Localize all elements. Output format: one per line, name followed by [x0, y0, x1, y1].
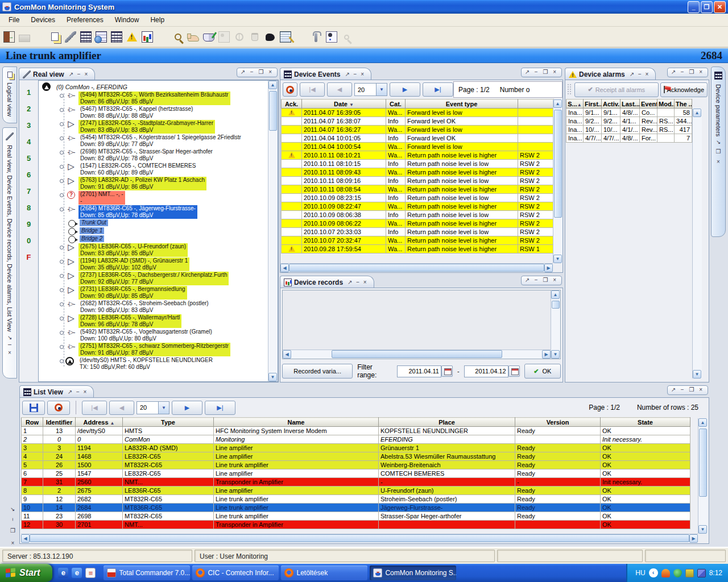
col-event-type[interactable]: Event type [406, 99, 518, 109]
toolbar-button[interactable] [93, 29, 109, 44]
event-row[interactable]: 2010.10.09 08:22:47 Wa... Return path no… [282, 202, 554, 211]
tree-node[interactable]: (2698) MT832R-C65 -, Strasser-Spar Heger… [42, 148, 268, 162]
security-shield-icon[interactable] [673, 569, 682, 577]
event-row[interactable]: 2011.04.07 16:39:05 Wa... Forward level … [282, 109, 554, 117]
menu-preferences[interactable]: Preferences [61, 14, 109, 26]
event-row[interactable]: 2011.04.07 16:36:27 Wa... Forward level … [282, 126, 554, 134]
col-ack[interactable]: Ack. [282, 99, 302, 109]
tree-expand-knob[interactable] [60, 179, 64, 183]
toolbar-button[interactable] [231, 29, 247, 44]
date-to-field[interactable]: 2011.04.12 [464, 365, 508, 377]
col-address[interactable]: Address ▲ [76, 418, 123, 427]
list-view-side-controls[interactable]: ↗ − ❐ × [6, 507, 16, 548]
toolbar-button[interactable] [47, 29, 63, 44]
tree-expand-knob[interactable] [60, 274, 64, 278]
scroll-down-button[interactable]: ▼ [268, 373, 277, 381]
save-button[interactable] [22, 401, 45, 415]
col-mod[interactable]: Mod... [657, 99, 675, 109]
shortcut-key[interactable]: 0 [23, 236, 35, 245]
task-button[interactable]: Total Commander 7.0... [104, 566, 190, 580]
events-horizontal-scrollbar[interactable]: ◀ ▶ [280, 263, 553, 272]
alarm-row[interactable]: Ina...9/1...9/1... 4/8/...Co... 58 [566, 109, 692, 117]
scroll-up-button[interactable]: ▲ [268, 81, 277, 89]
tray-chevron-icon[interactable]: ‹ [649, 568, 658, 577]
recorded-variables-button[interactable]: Recorded varia... [282, 364, 353, 379]
tree-expand-knob[interactable] [60, 331, 64, 335]
device-row[interactable]: 12302701 NMT...Transponder in Amplifier … [22, 521, 690, 529]
tree-node[interactable]: (5494) MT832R-C65 -, Wörth Bezirksaltenh… [42, 92, 268, 105]
col-version[interactable]: Version [515, 418, 601, 427]
device-row[interactable]: 822675 LE836R-C65Line amplifierU-Freundo… [22, 487, 690, 495]
toolbar-button[interactable] [308, 29, 324, 44]
tree-expand-knob[interactable] [60, 108, 64, 112]
toolbar-button[interactable] [109, 29, 124, 44]
device-row[interactable]: 6251547 LE832R-C65Line amplifierCOMTECH … [22, 469, 690, 478]
tab-controls[interactable]: ↗ ı × [7, 335, 13, 357]
toolbar-button[interactable] [324, 29, 339, 44]
start-button[interactable]: Start [0, 564, 52, 582]
last-page-button[interactable]: ▶| [423, 82, 453, 97]
shortcut-key[interactable]: 3 [23, 121, 35, 130]
next-page-button[interactable]: ▶ [390, 82, 420, 97]
tree-node[interactable]: (2747) LE832R-C65 -, -Stadtplatz-Grabmay… [42, 120, 268, 134]
shortcut-key[interactable]: 8 [23, 203, 35, 212]
menu-devices[interactable]: Devices [26, 14, 60, 26]
tree-node[interactable]: Bridge 1 [42, 227, 268, 235]
device-row[interactable]: 9122682 MT832R-C65Line trunk amplifierSt… [22, 495, 690, 504]
task-button[interactable]: Letöltések [281, 566, 367, 580]
event-row[interactable]: 2010.09.28 17:59:54 Wa... Return path no… [282, 245, 554, 253]
tree-expand-knob[interactable] [60, 288, 64, 292]
toolbar-button[interactable] [139, 29, 155, 44]
menu-window[interactable]: Window [110, 14, 144, 26]
shortcut-key[interactable]: 2 [23, 105, 35, 113]
internet-explorer-icon[interactable]: e [58, 568, 68, 578]
events-vertical-scrollbar[interactable]: ▲ ▼ [553, 99, 562, 263]
previous-page-button[interactable]: ◀ [109, 401, 134, 415]
device-row[interactable]: 5261500 MT832R-C65Line trunk amplifierWe… [22, 461, 690, 469]
col-identifier[interactable]: Identifier [43, 418, 76, 427]
first-page-button[interactable]: |◀ [82, 401, 107, 415]
tab-logical-view[interactable]: Logical view [2, 66, 17, 123]
shortcut-key[interactable]: 7 [23, 187, 35, 196]
previous-page-button[interactable]: ◀ [327, 82, 352, 97]
toolbar-button[interactable] [78, 29, 93, 44]
next-page-button[interactable]: ▶ [172, 401, 202, 415]
tree-expand-knob[interactable] [60, 302, 64, 306]
tab-device-events[interactable]: Device Events ↗ − × [280, 68, 371, 80]
minimize-button[interactable]: _ [688, 1, 700, 13]
list-horizontal-scrollbar[interactable]: ◀ ▶ [21, 534, 698, 543]
col-row[interactable]: Row [22, 418, 43, 427]
document-icon[interactable]: ≡ [85, 568, 96, 578]
network-icon[interactable] [697, 569, 706, 577]
tree-node[interactable]: (2731) LE836R-C65 -, Bergmannsiedlung Do… [42, 286, 268, 300]
device-row[interactable]: 200 ComMonMonitoringEFERDING Init necess… [22, 435, 690, 444]
toolbar-button[interactable] [201, 29, 216, 44]
tree-node[interactable]: (5763) LA832R-AD -, Polizei KW Platz 1 A… [42, 177, 268, 190]
event-row[interactable]: 2010.10.11 08:10:21 Wa... Return path no… [282, 151, 554, 160]
shortcut-key[interactable]: 4 [23, 138, 35, 146]
tree-expand-knob[interactable] [60, 345, 64, 349]
col-state[interactable]: State [601, 418, 690, 427]
tree-node[interactable]: (2684) MT836R-C65 -, Jägerweg-Flurstrass… [42, 205, 268, 219]
tree-node[interactable]: (5454) MT832R-C65 -, Köglerstrasse/ 1 Sp… [42, 134, 268, 148]
shortcut-key[interactable]: 1 [23, 88, 35, 97]
tree-node[interactable]: (2701) NMT... -, - - [42, 191, 268, 205]
toolbar-drag-handle[interactable] [567, 84, 572, 95]
tree-expand-knob[interactable] [60, 359, 64, 363]
tree-node[interactable]: (2737) LE836R-C65 -, Dachsbergerstr./ Ki… [42, 272, 268, 285]
tree-node[interactable]: (2675) LE836R-C65 -, U-Freundorf (zaun) … [42, 243, 268, 257]
date-from-field[interactable]: 2011.04.11 [397, 365, 441, 377]
page-size-select[interactable]: 20 ▼ [354, 83, 387, 96]
event-row[interactable]: 2010.10.09 08:06:38 Info Return path noi… [282, 211, 554, 219]
tree-vertical-scrollbar[interactable]: ▲ ▼ [268, 81, 278, 381]
shortcut-key[interactable]: 9 [23, 220, 35, 228]
tab-window-controls[interactable]: ↗ − × [69, 71, 89, 77]
calendar-icon[interactable] [508, 365, 520, 377]
tab-list-view[interactable]: List View ↗ − × [19, 385, 94, 398]
device-row[interactable]: 7312560 NMT...Transponder in Amplifier- … [22, 478, 690, 487]
toolbar-button[interactable] [170, 29, 185, 44]
event-row[interactable]: 2011.04.04 10:00:54 Wa... Forward level … [282, 143, 554, 151]
toolbar-button[interactable] [262, 29, 278, 44]
col-activ[interactable]: Activ... [602, 99, 621, 109]
chevron-down-icon[interactable]: ▼ [376, 84, 387, 95]
